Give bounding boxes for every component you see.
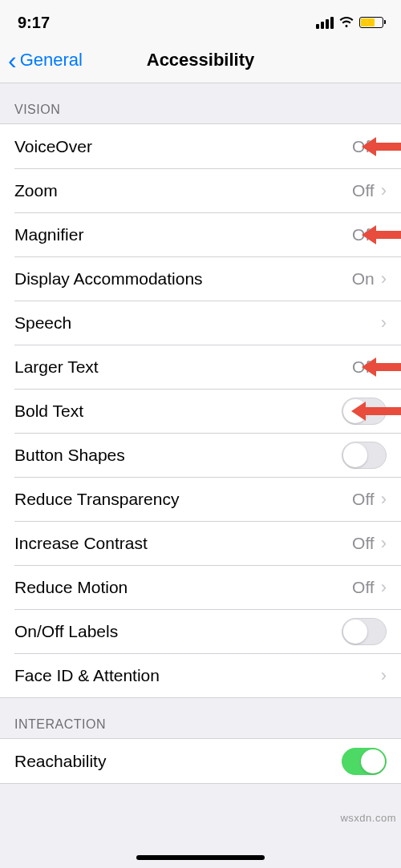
row-label: Display Accommodations [14,269,352,289]
chevron-left-icon: ‹ [8,47,17,73]
row-value: Off [352,357,375,377]
toggle-switch[interactable] [342,442,387,469]
switch-knob [343,399,367,423]
row-reachability[interactable]: Reachability [0,739,401,783]
row-label: Button Shapes [14,446,342,465]
vision-list: VoiceOverOff›ZoomOff›MagnifierOff›Displa… [0,123,401,698]
switch-knob [343,620,367,644]
row-label: Zoom [14,181,352,200]
row-button-shapes[interactable]: Button Shapes [0,433,401,477]
home-indicator[interactable] [136,855,265,860]
page-title: Accessibility [147,50,255,71]
chevron-right-icon: › [381,533,387,554]
status-time: 9:17 [18,14,50,32]
chevron-right-icon: › [381,577,387,598]
row-face-id-attention[interactable]: Face ID & Attention› [0,653,401,697]
battery-icon: ⚡ [359,17,383,28]
toggle-switch[interactable] [342,618,387,645]
row-larger-text[interactable]: Larger TextOff› [0,345,401,389]
chevron-right-icon: › [381,136,387,157]
chevron-right-icon: › [381,665,387,686]
row-value: Off [352,490,375,509]
cellular-signal-icon [316,17,334,29]
status-indicators: ⚡ [316,16,383,29]
row-value: Off [352,534,375,553]
row-speech[interactable]: Speech› [0,301,401,345]
status-bar: 9:17 ⚡ [0,0,401,37]
switch-knob [343,443,367,467]
section-header-vision: VISION [0,83,401,123]
watermark: wsxdn.com [340,812,396,824]
row-on-off-labels[interactable]: On/Off Labels [0,609,401,653]
back-button[interactable]: ‹ General [0,47,83,73]
toggle-switch[interactable] [342,748,387,775]
row-label: Speech [14,313,381,333]
chevron-right-icon: › [381,357,387,377]
row-label: Larger Text [14,357,352,377]
row-reduce-transparency[interactable]: Reduce TransparencyOff› [0,477,401,521]
interaction-list: Reachability [0,738,401,784]
row-zoom[interactable]: ZoomOff› [0,168,401,212]
navigation-bar: ‹ General Accessibility [0,37,401,83]
back-button-label: General [20,50,83,71]
row-reduce-motion[interactable]: Reduce MotionOff› [0,565,401,609]
row-label: VoiceOver [14,137,352,156]
row-voiceover[interactable]: VoiceOverOff› [0,124,401,168]
row-bold-text[interactable]: Bold Text [0,389,401,433]
row-value: Off [352,225,375,244]
row-value: On [352,269,375,289]
row-increase-contrast[interactable]: Increase ContrastOff› [0,521,401,565]
row-display-accommodations[interactable]: Display AccommodationsOn› [0,256,401,301]
chevron-right-icon: › [381,268,387,289]
row-label: Magnifier [14,225,352,244]
row-label: On/Off Labels [14,622,342,641]
row-magnifier[interactable]: MagnifierOff› [0,212,401,256]
switch-knob [361,749,385,773]
row-label: Face ID & Attention [14,666,381,685]
row-value: Off [352,137,375,156]
section-header-interaction: INTERACTION [0,698,401,738]
row-label: Reachability [14,752,342,771]
row-label: Reduce Motion [14,578,352,597]
row-label: Reduce Transparency [14,490,352,509]
row-label: Bold Text [14,402,342,421]
row-value: Off [352,181,375,200]
wifi-icon [338,16,354,29]
row-label: Increase Contrast [14,534,352,553]
chevron-right-icon: › [381,489,387,510]
row-value: Off [352,578,375,597]
chevron-right-icon: › [381,224,387,245]
chevron-right-icon: › [381,313,387,333]
toggle-switch[interactable] [342,398,387,425]
chevron-right-icon: › [381,180,387,201]
